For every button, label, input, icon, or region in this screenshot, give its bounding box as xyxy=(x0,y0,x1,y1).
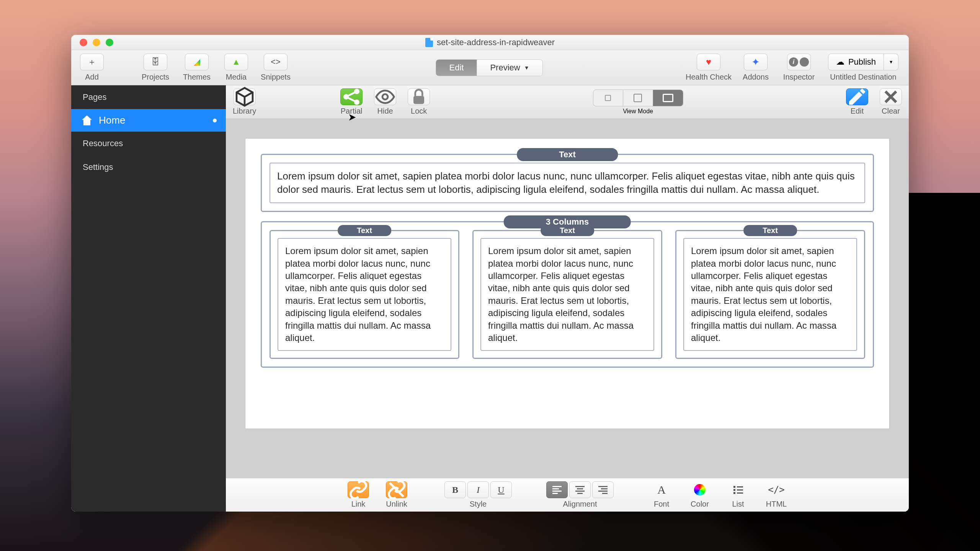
view-mode-label: View Mode xyxy=(623,108,653,115)
lock-icon xyxy=(408,88,430,105)
library-button[interactable]: Library xyxy=(233,88,256,116)
column-2[interactable]: Text Lorem ipsum dolor sit amet, sapien … xyxy=(472,230,662,359)
canvas-area[interactable]: Text Lorem ipsum dolor sit amet, sapien … xyxy=(226,119,909,478)
clear-label: Clear xyxy=(882,107,900,116)
resources-section-header[interactable]: Resources xyxy=(71,132,226,155)
page-canvas[interactable]: Text Lorem ipsum dolor sit amet, sapien … xyxy=(245,138,890,429)
col1-text[interactable]: Lorem ipsum dolor sit amet, sapien plate… xyxy=(278,238,451,351)
color-button[interactable]: Color xyxy=(686,481,713,509)
edit-button[interactable]: Edit xyxy=(846,88,868,116)
inspector-icon: i xyxy=(787,54,811,70)
link-button[interactable]: Link xyxy=(345,481,372,509)
font-button[interactable]: A Font xyxy=(648,481,675,509)
color-label: Color xyxy=(691,500,709,509)
align-center-button[interactable] xyxy=(569,481,591,498)
snippets-button[interactable]: <> Snippets xyxy=(256,54,295,82)
unlink-label: Unlink xyxy=(386,500,407,509)
svg-point-3 xyxy=(382,94,388,99)
pages-section-header[interactable]: Pages xyxy=(71,85,226,109)
media-label: Media xyxy=(226,73,247,82)
list-icon xyxy=(727,481,749,498)
snippets-icon: <> xyxy=(264,54,287,70)
list-button[interactable]: List xyxy=(725,481,751,509)
main-content: Library Partial Hide Lock ➤ xyxy=(226,85,909,512)
column-3[interactable]: Text Lorem ipsum dolor sit amet, sapien … xyxy=(675,230,865,359)
html-label: HTML xyxy=(766,500,787,509)
italic-button[interactable]: I xyxy=(467,481,489,498)
align-right-button[interactable] xyxy=(592,481,614,498)
html-button[interactable]: </> HTML xyxy=(763,481,790,509)
style-label: Style xyxy=(470,500,487,509)
view-mode-small[interactable] xyxy=(593,90,623,106)
lock-label: Lock xyxy=(411,107,427,116)
style-group: B I U Style xyxy=(444,481,512,509)
font-icon: A xyxy=(651,481,672,498)
list-label: List xyxy=(732,500,744,509)
align-left-icon xyxy=(552,486,562,494)
eye-icon xyxy=(374,88,396,105)
view-mode-medium[interactable] xyxy=(623,90,653,106)
font-label: Font xyxy=(654,500,669,509)
small-square-icon xyxy=(605,95,611,101)
text-content[interactable]: Lorem ipsum dolor sit amet, sapien plate… xyxy=(270,163,865,203)
col2-text[interactable]: Lorem ipsum dolor sit amet, sapien plate… xyxy=(480,238,654,351)
hide-label: Hide xyxy=(377,107,393,116)
partial-button[interactable]: Partial xyxy=(340,88,363,116)
projects-label: Projects xyxy=(142,73,169,82)
publish-button[interactable]: ☁Publish xyxy=(828,54,884,70)
view-mode-group: View Mode xyxy=(593,90,683,115)
col3-text[interactable]: Lorem ipsum dolor sit amet, sapien plate… xyxy=(683,238,857,351)
publish-dropdown-button[interactable]: ▼ xyxy=(884,54,898,70)
alignment-group: Alignment xyxy=(546,481,614,509)
clear-button[interactable]: Clear xyxy=(880,88,902,116)
publish-label: Publish xyxy=(848,57,876,67)
underline-button[interactable]: U xyxy=(490,481,512,498)
settings-section-header[interactable]: Settings xyxy=(71,155,226,179)
cloud-upload-icon: ☁ xyxy=(836,57,844,67)
add-button[interactable]: ＋ Add xyxy=(77,54,107,82)
align-center-icon xyxy=(575,486,585,494)
publish-group: ☁Publish ▼ Untitled Destination xyxy=(823,54,903,82)
stacks-toolbar: Library Partial Hide Lock ➤ xyxy=(226,85,909,119)
main-toolbar: ＋ Add 🗄 Projects ◢ Themes ▲ Media <> Sni… xyxy=(71,50,909,85)
edit-mode-button[interactable]: Edit xyxy=(436,60,477,76)
themes-label: Themes xyxy=(183,73,211,82)
pencil-icon xyxy=(846,88,868,105)
chevron-down-icon: ▼ xyxy=(889,59,893,65)
app-window: set-site-address-in-rapidweaver ＋ Add 🗄 … xyxy=(71,35,909,512)
view-mode-large[interactable] xyxy=(653,90,683,106)
col1-label: Text xyxy=(338,225,391,236)
preview-label: Preview xyxy=(490,63,520,73)
health-check-button[interactable]: ♥ Health Check xyxy=(684,54,733,82)
heart-icon: ♥ xyxy=(697,54,720,70)
large-square-icon xyxy=(663,94,673,102)
unlink-icon xyxy=(386,481,407,498)
column-1[interactable]: Text Lorem ipsum dolor sit amet, sapien … xyxy=(270,230,459,359)
bold-button[interactable]: B xyxy=(444,481,466,498)
link-icon xyxy=(348,481,369,498)
x-icon xyxy=(880,88,902,105)
columns-stack[interactable]: 3 Columns Text Lorem ipsum dolor sit ame… xyxy=(261,221,874,368)
code-icon: </> xyxy=(766,481,787,498)
inspector-button[interactable]: i Inspector xyxy=(778,54,820,82)
edit-preview-segmented: Edit Preview▼ xyxy=(436,59,542,76)
lock-button[interactable]: Lock xyxy=(408,88,430,116)
titlebar[interactable]: set-site-address-in-rapidweaver xyxy=(71,35,909,50)
alignment-label: Alignment xyxy=(563,500,597,509)
align-right-icon xyxy=(598,486,608,494)
align-left-button[interactable] xyxy=(546,481,568,498)
text-stack[interactable]: Text Lorem ipsum dolor sit amet, sapien … xyxy=(261,154,874,212)
media-button[interactable]: ▲ Media xyxy=(219,54,253,82)
sidebar-item-home[interactable]: Home xyxy=(71,109,226,132)
addons-button[interactable]: ✦ Addons xyxy=(737,54,775,82)
svg-rect-4 xyxy=(413,96,424,104)
projects-button[interactable]: 🗄 Projects xyxy=(136,54,175,82)
col2-label: Text xyxy=(541,225,594,236)
hide-button[interactable]: Hide xyxy=(374,88,396,116)
themes-button[interactable]: ◢ Themes xyxy=(178,54,216,82)
plus-icon: ＋ xyxy=(80,54,104,70)
unlink-button[interactable]: Unlink xyxy=(383,481,410,509)
preview-mode-button[interactable]: Preview▼ xyxy=(477,60,542,76)
snippets-label: Snippets xyxy=(261,73,291,82)
document-icon xyxy=(425,38,433,47)
